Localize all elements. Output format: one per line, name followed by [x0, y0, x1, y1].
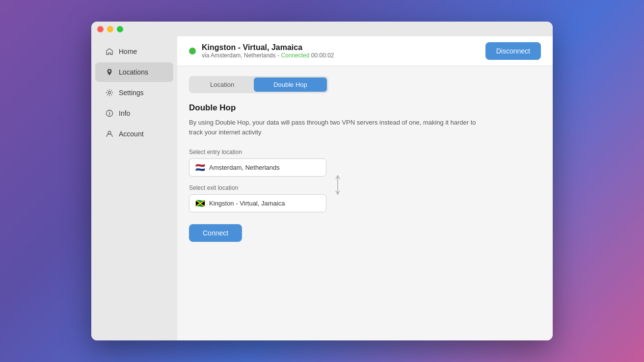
info-icon [105, 109, 114, 118]
connection-via: via Amsterdam, Netherlands - Connected 0… [202, 52, 334, 59]
entry-location-value: Amsterdam, Netherlands [209, 164, 280, 171]
exit-location-group: Select exit location 🇯🇲 Kingston - Virtu… [189, 184, 326, 212]
sidebar: Home Locations Settings [91, 36, 177, 340]
topbar: Kingston - Virtual, Jamaica via Amsterda… [177, 36, 553, 66]
connection-name: Kingston - Virtual, Jamaica [202, 43, 334, 52]
exit-location-value: Kingston - Virtual, Jamaica [209, 200, 285, 207]
svg-point-0 [108, 92, 111, 94]
disconnect-button[interactable]: Disconnect [485, 42, 541, 60]
maximize-button[interactable] [117, 26, 123, 32]
main-content: Kingston - Virtual, Jamaica via Amsterda… [177, 36, 553, 340]
sidebar-item-info-label: Info [119, 109, 130, 117]
double-hop-panel: Double Hop By using Double Hop, your dat… [177, 93, 553, 252]
titlebar [91, 22, 553, 36]
close-button[interactable] [97, 26, 104, 32]
section-title: Double Hop [189, 103, 541, 113]
tab-bar: Location Double Hop [189, 76, 328, 93]
section-description: By using Double Hop, your data will pass… [189, 118, 483, 137]
settings-icon [105, 88, 114, 97]
person-icon [105, 129, 114, 138]
sidebar-item-account-label: Account [119, 130, 144, 138]
connection-text: Kingston - Virtual, Jamaica via Amsterda… [202, 43, 334, 59]
exit-location-input[interactable]: 🇯🇲 Kingston - Virtual, Jamaica [189, 194, 326, 212]
app-window: Home Locations Settings [91, 22, 553, 340]
location-pin-icon [105, 68, 114, 77]
sidebar-item-home-label: Home [119, 48, 137, 55]
sidebar-item-locations-label: Locations [119, 68, 148, 76]
tab-double-hop[interactable]: Double Hop [254, 78, 327, 92]
exit-flag: 🇯🇲 [195, 199, 205, 208]
status-dot [189, 48, 196, 54]
location-fields: Select entry location 🇳🇱 Amsterdam, Neth… [189, 149, 326, 220]
content-area: Location Double Hop Double Hop By using … [177, 66, 553, 340]
entry-flag: 🇳🇱 [195, 163, 205, 172]
sidebar-item-info[interactable]: Info [95, 103, 173, 123]
entry-location-group: Select entry location 🇳🇱 Amsterdam, Neth… [189, 149, 326, 177]
entry-location-label: Select entry location [189, 149, 326, 155]
exit-location-label: Select exit location [189, 184, 326, 191]
window-body: Home Locations Settings [91, 36, 553, 340]
entry-location-input[interactable]: 🇳🇱 Amsterdam, Netherlands [189, 158, 326, 177]
connect-button[interactable]: Connect [189, 224, 242, 242]
swap-locations-button[interactable] [330, 174, 345, 196]
sidebar-item-locations[interactable]: Locations [95, 62, 173, 82]
sidebar-item-settings-label: Settings [119, 89, 144, 97]
home-icon [105, 47, 114, 56]
minimize-button[interactable] [107, 26, 113, 32]
tab-location[interactable]: Location [190, 78, 254, 92]
sidebar-item-account[interactable]: Account [95, 124, 173, 144]
sidebar-item-settings[interactable]: Settings [95, 83, 173, 103]
sidebar-item-home[interactable]: Home [95, 42, 173, 61]
location-selector: Select entry location 🇳🇱 Amsterdam, Neth… [189, 149, 541, 220]
connection-info: Kingston - Virtual, Jamaica via Amsterda… [189, 43, 334, 59]
